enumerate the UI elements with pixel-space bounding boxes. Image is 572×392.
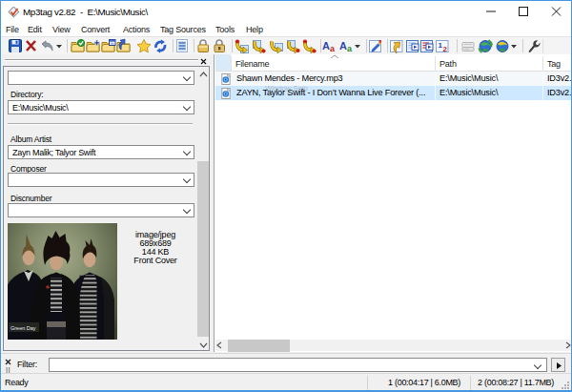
svg-text:Green Day: Green Day — [10, 325, 36, 331]
svg-text:a: a — [330, 44, 336, 53]
svg-text:A: A — [339, 40, 347, 52]
svg-text:A: A — [322, 40, 330, 52]
svg-text:2: 2 — [443, 45, 448, 53]
svg-text:a: a — [347, 44, 353, 53]
